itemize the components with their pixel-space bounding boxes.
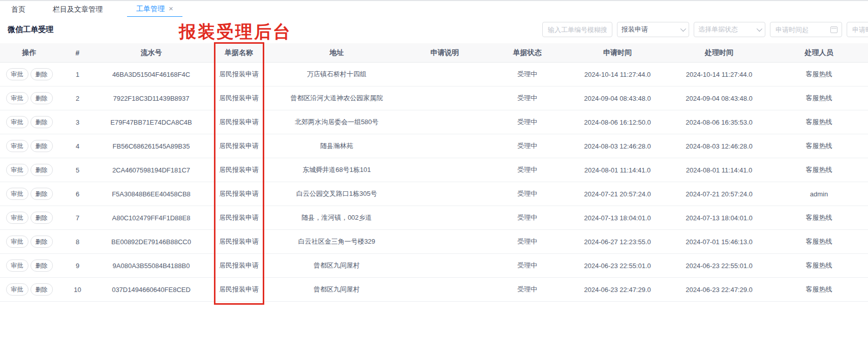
cell-apply-time: 2024-06-23 22:47:29.0 xyxy=(567,278,668,302)
cell-description xyxy=(401,278,488,302)
table-row: 审批删除 1 46BA3D51504F46168F4C 居民报装申请 万店镇石桥… xyxy=(0,63,868,86)
tab-articles-label: 栏目及文章管理 xyxy=(53,2,103,17)
cell-address: 随县，淮河镇，002乡道 xyxy=(272,206,401,230)
cell-status: 受理中 xyxy=(488,254,567,278)
cell-address: 曾都区九间屋村 xyxy=(272,278,401,302)
table-row: 审批删除 10 037D1494660640FE8CED 居民报装申请 曾都区九… xyxy=(0,278,868,302)
order-number-search-input-wrap xyxy=(542,22,612,37)
cell-description xyxy=(401,158,488,182)
cell-apply-time: 2024-08-01 11:14:41.0 xyxy=(567,158,668,182)
cell-description xyxy=(401,86,488,110)
cell-apply-time: 2024-07-13 18:04:01.0 xyxy=(567,206,668,230)
delete-button[interactable]: 删除 xyxy=(30,140,53,153)
delete-button[interactable]: 删除 xyxy=(30,68,53,81)
delete-button[interactable]: 删除 xyxy=(30,259,53,272)
col-header-address: 地址 xyxy=(272,43,401,63)
tab-home[interactable]: 首页 xyxy=(2,2,35,17)
approve-button[interactable]: 审批 xyxy=(6,283,28,296)
approve-button[interactable]: 审批 xyxy=(6,68,28,81)
order-status-select[interactable]: 选择单据状态 xyxy=(694,22,765,37)
col-header-serial: 流水号 xyxy=(97,43,206,63)
cell-handler: 客服热线 xyxy=(770,278,868,302)
cell-status: 受理中 xyxy=(488,86,567,110)
cell-handler: 客服热线 xyxy=(770,158,868,182)
order-type-select[interactable]: 报装申请 xyxy=(617,22,689,37)
cell-index: 7 xyxy=(58,206,97,230)
delete-button[interactable]: 删除 xyxy=(30,164,53,177)
cell-actions: 审批删除 xyxy=(0,206,58,230)
cell-order-name: 居民报装申请 xyxy=(206,230,272,254)
cell-actions: 审批删除 xyxy=(0,278,58,302)
approve-button[interactable]: 审批 xyxy=(6,92,28,105)
cell-order-name: 居民报装申请 xyxy=(206,110,272,134)
cell-handler: 客服热线 xyxy=(770,206,868,230)
cell-serial: 46BA3D51504F46168F4C xyxy=(97,63,206,86)
cell-handle-time: 2024-07-21 20:57:24.0 xyxy=(668,182,770,206)
cell-index: 8 xyxy=(58,230,97,254)
delete-button[interactable]: 删除 xyxy=(30,116,53,129)
approve-button[interactable]: 审批 xyxy=(6,259,28,272)
cell-actions: 审批删除 xyxy=(0,63,58,86)
table-row: 审批删除 4 FB56C686261545A89B35 居民报装申请 随县瀚林苑… xyxy=(0,134,868,158)
cell-order-name: 居民报装申请 xyxy=(206,278,272,302)
delete-button[interactable]: 删除 xyxy=(30,236,53,248)
cell-status: 受理中 xyxy=(488,182,567,206)
approve-button[interactable]: 审批 xyxy=(6,188,28,200)
close-icon[interactable]: × xyxy=(169,5,173,12)
cell-address: 北郊两水沟居委会一组580号 xyxy=(272,110,401,134)
cell-status: 受理中 xyxy=(488,158,567,182)
cell-handle-time: 2024-08-01 11:14:41.0 xyxy=(668,158,770,182)
order-number-search-input[interactable] xyxy=(547,25,608,34)
cell-handle-time: 2024-07-13 18:04:01.0 xyxy=(668,206,770,230)
apply-date-end-input-wrap xyxy=(847,22,868,37)
cell-handle-time: 2024-08-03 12:46:28.0 xyxy=(668,134,770,158)
approve-button[interactable]: 审批 xyxy=(6,140,28,153)
approve-button[interactable]: 审批 xyxy=(6,116,28,129)
address-text: 白云公园交叉路口1栋305号 xyxy=(296,189,377,199)
address-text: 曾都区九间屋村 xyxy=(314,284,360,295)
cell-handler: 客服热线 xyxy=(770,134,868,158)
address-text: 白云社区金三角一号楼329 xyxy=(298,237,376,247)
col-header-handler: 处理人员 xyxy=(770,43,868,63)
cell-order-name: 居民报装申请 xyxy=(206,86,272,110)
col-header-handle-time: 处理时间 xyxy=(668,43,770,63)
address-text: 万店镇石桥村十四组 xyxy=(307,69,366,80)
cell-order-name: 居民报装申请 xyxy=(206,63,272,86)
address-text: 随县，淮河镇，002乡道 xyxy=(301,213,372,223)
delete-button[interactable]: 删除 xyxy=(30,212,53,224)
approve-button[interactable]: 审批 xyxy=(6,164,28,177)
cell-description xyxy=(401,182,488,206)
address-text: 随县瀚林苑 xyxy=(320,141,353,152)
work-order-table-wrap: 操作 # 流水号 单据名称 地址 申请说明 单据状态 申请时间 处理时间 处理人… xyxy=(0,43,868,302)
table-row: 审批删除 5 2CA4607598194DF181C7 居民报装申请 东城舜井道… xyxy=(0,158,868,182)
cell-index: 9 xyxy=(58,254,97,278)
apply-date-end-input[interactable] xyxy=(851,25,868,34)
apply-date-start-input[interactable] xyxy=(774,25,827,34)
col-header-description: 申请说明 xyxy=(401,43,488,63)
order-type-select-value: 报装申请 xyxy=(622,25,677,34)
cell-address: 白云社区金三角一号楼329 xyxy=(272,230,401,254)
delete-button[interactable]: 删除 xyxy=(30,188,53,200)
cell-handler: 客服热线 xyxy=(770,110,868,134)
delete-button[interactable]: 删除 xyxy=(30,92,53,105)
cell-serial: A80C102479FF4F1D88E8 xyxy=(97,206,206,230)
toolbar: 微信工单受理 报装申请 选择单据状态 xyxy=(0,17,868,43)
cell-index: 10 xyxy=(58,278,97,302)
table-row: 审批删除 7 A80C102479FF4F1D88E8 居民报装申请 随县，淮河… xyxy=(0,206,868,230)
address-text: 东城舜井道68号1栋101 xyxy=(302,165,370,176)
cell-handler: admin xyxy=(770,182,868,206)
tab-work-orders[interactable]: 工单管理 × xyxy=(127,1,182,17)
cell-address: 曾都区九间屋村 xyxy=(272,254,401,278)
calendar-icon xyxy=(830,26,838,33)
cell-apply-time: 2024-08-03 12:46:28.0 xyxy=(567,134,668,158)
cell-serial: 037D1494660640FE8CED xyxy=(97,278,206,302)
cell-status: 受理中 xyxy=(488,134,567,158)
tab-work-orders-label: 工单管理 xyxy=(136,1,165,16)
cell-status: 受理中 xyxy=(488,230,567,254)
delete-button[interactable]: 删除 xyxy=(30,283,53,296)
approve-button[interactable]: 审批 xyxy=(6,236,28,248)
approve-button[interactable]: 审批 xyxy=(6,212,28,224)
tab-articles[interactable]: 栏目及文章管理 xyxy=(44,2,112,17)
cell-handler: 客服热线 xyxy=(770,254,868,278)
cell-actions: 审批删除 xyxy=(0,110,58,134)
